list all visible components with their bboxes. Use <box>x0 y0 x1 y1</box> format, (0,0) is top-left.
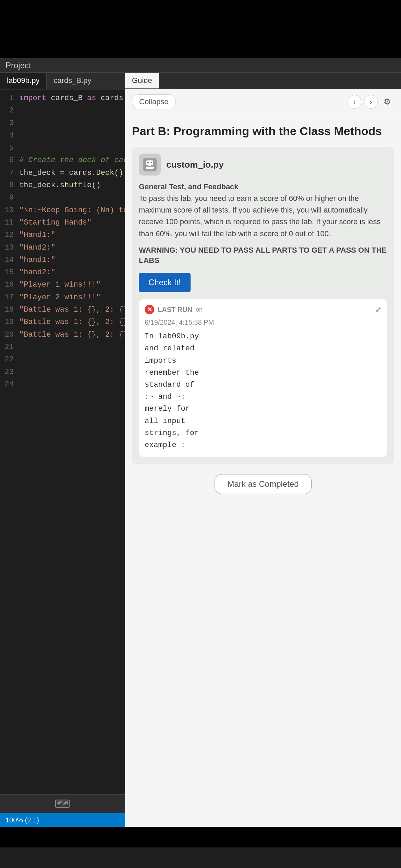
code-content: 12345 678910 1112131415 1617181920 21222… <box>0 89 125 794</box>
guide-title: Part B: Programming with the Class Metho… <box>132 123 394 138</box>
code-pane: lab09b.py cards_B.py 12345 678910 111213… <box>0 73 125 827</box>
svg-rect-5 <box>146 167 154 169</box>
code-line: "Battle was 1: {}, 2: {}. Player 1 wins … <box>19 304 122 316</box>
code-bottom: ⌨ <box>0 794 125 813</box>
result-output: In lab09b.py and related imports remembe… <box>145 330 381 451</box>
code-line: "Hand2:" <box>19 242 122 254</box>
main-content: lab09b.py cards_B.py 12345 678910 111213… <box>0 73 401 827</box>
test-card-header: custom_io.py <box>139 154 387 176</box>
code-line: the_deck.shuffle() <box>19 179 122 192</box>
check-it-button[interactable]: Check It! <box>139 273 191 292</box>
settings-icon[interactable]: ⚙ <box>380 95 394 109</box>
code-line: "\n:~Keep Going: (Nn) to stop ~:" <box>19 204 122 217</box>
test-icon <box>139 154 161 176</box>
bottom-bar <box>0 827 401 847</box>
code-line <box>19 117 122 130</box>
code-line <box>19 105 122 117</box>
result-header: ✕ LAST RUN on ⤢ <box>145 305 381 314</box>
code-line <box>19 353 122 366</box>
svg-rect-1 <box>146 160 153 165</box>
code-line: "Starting Hands" <box>19 217 122 229</box>
code-line <box>19 142 122 154</box>
svg-point-3 <box>151 162 152 163</box>
tab-guide[interactable]: Guide <box>125 73 159 88</box>
guide-body: Part B: Programming with the Class Metho… <box>125 115 401 827</box>
code-line <box>19 378 122 391</box>
svg-rect-4 <box>148 165 151 166</box>
svg-point-2 <box>147 162 149 163</box>
test-description-1: General Test, and Feedback To pass this … <box>139 181 387 239</box>
code-line: "hand1:" <box>19 254 122 266</box>
error-icon: ✕ <box>145 305 154 314</box>
code-line: the_deck = cards.Deck() <box>19 167 122 179</box>
top-bar <box>0 0 401 58</box>
code-line: "Player 2 wins!!!" <box>19 291 122 304</box>
guide-pane: Guide Collapse ‹ › ⚙ Part B: Programming… <box>125 73 401 827</box>
test-card: custom_io.py General Test, and Feedback … <box>132 147 394 464</box>
last-run-label: LAST RUN <box>158 306 192 314</box>
code-lines[interactable]: import cards_B as cards #import the card… <box>16 92 125 792</box>
guide-toolbar: Collapse ‹ › ⚙ <box>125 89 401 115</box>
left-tabs-bar: lab09b.py cards_B.py <box>0 73 125 89</box>
last-run-on: on <box>196 306 203 313</box>
code-line <box>19 130 122 142</box>
nav-prev-button[interactable]: ‹ <box>348 95 361 109</box>
code-line <box>19 192 122 204</box>
expand-icon[interactable]: ⤢ <box>375 305 381 314</box>
status-bar: 100% (2:1) <box>0 813 125 827</box>
mark-completed-button[interactable]: Mark as Completed <box>215 474 311 494</box>
tab-lab09b[interactable]: lab09b.py <box>0 73 47 89</box>
run-timestamp: 6/19/2024, 4:15:58 PM <box>145 318 381 326</box>
line-numbers: 12345 678910 1112131415 1617181920 21222… <box>0 92 16 792</box>
test-title: custom_io.py <box>166 159 224 170</box>
code-line <box>19 341 122 353</box>
result-header-left: ✕ LAST RUN on <box>145 305 203 314</box>
code-line: "Battle was 1: {}, 2: {}. Player 2 wins … <box>19 316 122 328</box>
guide-nav: ‹ › ⚙ <box>348 95 394 109</box>
tab-cards-b[interactable]: cards_B.py <box>47 73 98 89</box>
code-line: "Player 1 wins!!!" <box>19 279 122 291</box>
code-line: "Battle was 1: {}, 2: {}. Battle was a d… <box>19 329 122 341</box>
code-line <box>19 366 122 378</box>
project-label: Project <box>5 61 31 70</box>
project-bar: Project <box>0 58 401 73</box>
collapse-button[interactable]: Collapse <box>132 94 176 109</box>
nav-next-button[interactable]: › <box>364 95 378 109</box>
code-line: "Hand1:" <box>19 229 122 241</box>
code-line: # Create the deck of cards <box>19 154 122 167</box>
warning-text: WARNING: YOU NEED TO PASS ALL PARTS TO G… <box>139 245 387 266</box>
result-card: ✕ LAST RUN on ⤢ 6/19/2024, 4:15:58 PM In… <box>139 299 387 457</box>
status-text: 100% (2:1) <box>5 816 39 824</box>
guide-tabs-bar: Guide <box>125 73 401 89</box>
code-line: "hand2:" <box>19 266 122 279</box>
code-line: import cards_B as cards #import the card… <box>19 92 122 105</box>
keyboard-icon[interactable]: ⌨ <box>54 797 70 810</box>
